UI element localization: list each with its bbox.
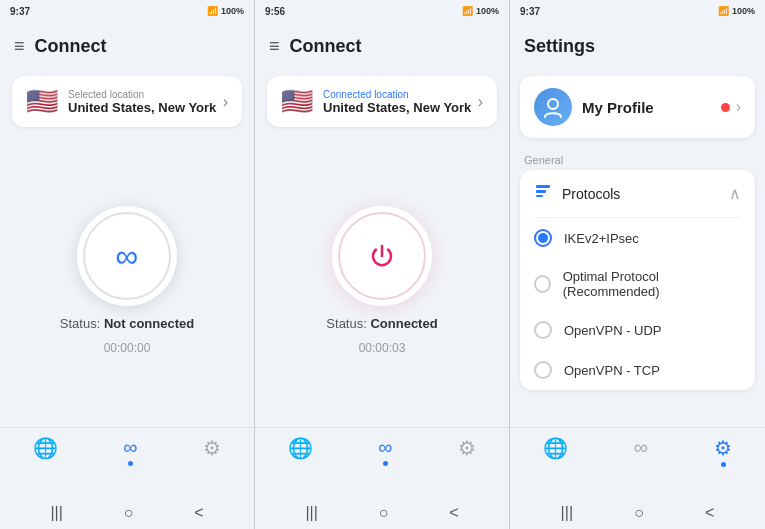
profile-right: › bbox=[721, 98, 741, 116]
nav-infinity-1[interactable]: ∞ bbox=[123, 436, 137, 466]
android-home-3[interactable]: ○ bbox=[634, 504, 644, 522]
power-icon bbox=[364, 238, 400, 274]
android-home-2[interactable]: ○ bbox=[379, 504, 389, 522]
location-info-2: Connected location United States, New Yo… bbox=[323, 89, 471, 115]
android-nav-2: ||| ○ < bbox=[255, 497, 509, 529]
protocols-chevron: ∧ bbox=[729, 184, 741, 203]
profile-left: My Profile bbox=[534, 88, 654, 126]
radio-inner-ikev2 bbox=[538, 233, 548, 243]
app-header-2: ≡ Connect bbox=[255, 22, 509, 70]
nav-infinity-2[interactable]: ∞ bbox=[378, 436, 392, 466]
status-time-2: 9:56 bbox=[265, 6, 285, 17]
status-time-1: 9:37 bbox=[10, 6, 30, 17]
settings-body: My Profile › General bbox=[510, 70, 765, 427]
location-chevron-1[interactable]: › bbox=[223, 93, 228, 111]
protocols-label: Protocols bbox=[562, 186, 620, 202]
infinity-nav-icon-3: ∞ bbox=[634, 436, 648, 459]
nav-globe-3[interactable]: 🌐 bbox=[543, 436, 568, 460]
center-area-2: Status: Connected 00:00:03 bbox=[255, 133, 509, 427]
settings-title: Settings bbox=[524, 36, 595, 57]
nav-dot-1 bbox=[128, 461, 133, 466]
protocols-icon bbox=[534, 182, 552, 205]
infinity-nav-icon-1: ∞ bbox=[123, 436, 137, 459]
screen-settings: 9:37 📶 100% Settings My Profile bbox=[510, 0, 765, 529]
gear-icon-1: ⚙ bbox=[203, 436, 221, 460]
location-info-1: Selected location United States, New Yor… bbox=[68, 89, 216, 115]
android-menu-3[interactable]: ||| bbox=[561, 504, 573, 522]
status-bar-1: 9:37 📶 100% bbox=[0, 0, 254, 22]
svg-rect-1 bbox=[536, 185, 550, 188]
timer-1: 00:00:00 bbox=[104, 341, 151, 355]
app-title-1: Connect bbox=[35, 36, 107, 57]
profile-avatar-icon bbox=[534, 88, 572, 126]
protocol-option-3[interactable]: OpenVPN - UDP bbox=[520, 310, 755, 350]
flag-icon-2: 🇺🇸 bbox=[281, 86, 313, 117]
disconnect-button[interactable] bbox=[332, 206, 432, 306]
android-home-1[interactable]: ○ bbox=[124, 504, 134, 522]
status-icons-3: 📶 100% bbox=[718, 6, 755, 16]
radio-ikev2 bbox=[534, 229, 552, 247]
location-card-2[interactable]: 🇺🇸 Connected location United States, New… bbox=[267, 76, 497, 127]
bottom-nav-1: 🌐 ∞ ⚙ bbox=[0, 427, 254, 497]
android-back-1[interactable]: < bbox=[194, 504, 203, 522]
settings-bottom-nav: 🌐 ∞ ⚙ bbox=[510, 427, 765, 497]
svg-rect-3 bbox=[536, 195, 543, 197]
protocols-card: Protocols ∧ IKEv2+IPsec Optimal Protocol… bbox=[520, 170, 755, 390]
radio-optimal bbox=[534, 275, 551, 293]
location-name-1: United States, New York bbox=[68, 100, 216, 115]
hamburger-icon-2[interactable]: ≡ bbox=[269, 36, 280, 57]
protocol-option-2[interactable]: Optimal Protocol (Recommended) bbox=[520, 258, 755, 310]
radio-openvpn-udp bbox=[534, 321, 552, 339]
nav-globe-1[interactable]: 🌐 bbox=[33, 436, 58, 460]
general-section-label: General bbox=[510, 144, 765, 170]
protocol-option-1[interactable]: IKEv2+IPsec bbox=[520, 218, 755, 258]
protocol-label-4: OpenVPN - TCP bbox=[564, 363, 660, 378]
status-bar-2: 9:56 📶 100% bbox=[255, 0, 509, 22]
protocols-header[interactable]: Protocols ∧ bbox=[520, 170, 755, 217]
status-text-2: Status: Connected bbox=[326, 316, 437, 331]
nav-globe-2[interactable]: 🌐 bbox=[288, 436, 313, 460]
nav-infinity-3[interactable]: ∞ bbox=[634, 436, 648, 459]
profile-card[interactable]: My Profile › bbox=[520, 76, 755, 138]
nav-gear-3[interactable]: ⚙ bbox=[714, 436, 732, 467]
android-menu-1[interactable]: ||| bbox=[50, 504, 62, 522]
connect-button-1[interactable]: ∞ bbox=[77, 206, 177, 306]
settings-header: Settings bbox=[510, 22, 765, 70]
inner-ring-1: ∞ bbox=[83, 212, 171, 300]
nav-dot-3 bbox=[721, 462, 726, 467]
location-left-2: 🇺🇸 Connected location United States, New… bbox=[281, 86, 471, 117]
center-area-1: ∞ Status: Not connected 00:00:00 bbox=[0, 133, 254, 427]
infinity-nav-icon-2: ∞ bbox=[378, 436, 392, 459]
timer-2: 00:00:03 bbox=[359, 341, 406, 355]
android-back-3[interactable]: < bbox=[705, 504, 714, 522]
status-text-1: Status: Not connected bbox=[60, 316, 194, 331]
profile-chevron: › bbox=[736, 98, 741, 116]
flag-icon-1: 🇺🇸 bbox=[26, 86, 58, 117]
gear-icon-2: ⚙ bbox=[458, 436, 476, 460]
svg-point-0 bbox=[548, 99, 558, 109]
location-left-1: 🇺🇸 Selected location United States, New … bbox=[26, 86, 216, 117]
location-chevron-2[interactable]: › bbox=[478, 93, 483, 111]
protocols-header-left: Protocols bbox=[534, 182, 620, 205]
android-menu-2[interactable]: ||| bbox=[305, 504, 317, 522]
location-card-1[interactable]: 🇺🇸 Selected location United States, New … bbox=[12, 76, 242, 127]
status-icons-2: 📶 100% bbox=[462, 6, 499, 16]
android-nav-1: ||| ○ < bbox=[0, 497, 254, 529]
app-header-1: ≡ Connect bbox=[0, 22, 254, 70]
svg-rect-2 bbox=[536, 190, 546, 193]
hamburger-icon-1[interactable]: ≡ bbox=[14, 36, 25, 57]
nav-gear-1[interactable]: ⚙ bbox=[203, 436, 221, 460]
screen-connected: 9:56 📶 100% ≡ Connect 🇺🇸 Connected locat… bbox=[255, 0, 510, 529]
infinity-icon-1: ∞ bbox=[116, 240, 139, 272]
protocol-label-1: IKEv2+IPsec bbox=[564, 231, 639, 246]
screen-not-connected: 9:37 📶 100% ≡ Connect 🇺🇸 Selected locati… bbox=[0, 0, 255, 529]
android-back-2[interactable]: < bbox=[449, 504, 458, 522]
protocol-label-3: OpenVPN - UDP bbox=[564, 323, 662, 338]
gear-icon-3: ⚙ bbox=[714, 436, 732, 460]
protocol-label-2: Optimal Protocol (Recommended) bbox=[563, 269, 741, 299]
status-time-3: 9:37 bbox=[520, 6, 540, 17]
globe-icon-1: 🌐 bbox=[33, 436, 58, 460]
nav-gear-2[interactable]: ⚙ bbox=[458, 436, 476, 460]
protocol-option-4[interactable]: OpenVPN - TCP bbox=[520, 350, 755, 390]
globe-icon-3: 🌐 bbox=[543, 436, 568, 460]
